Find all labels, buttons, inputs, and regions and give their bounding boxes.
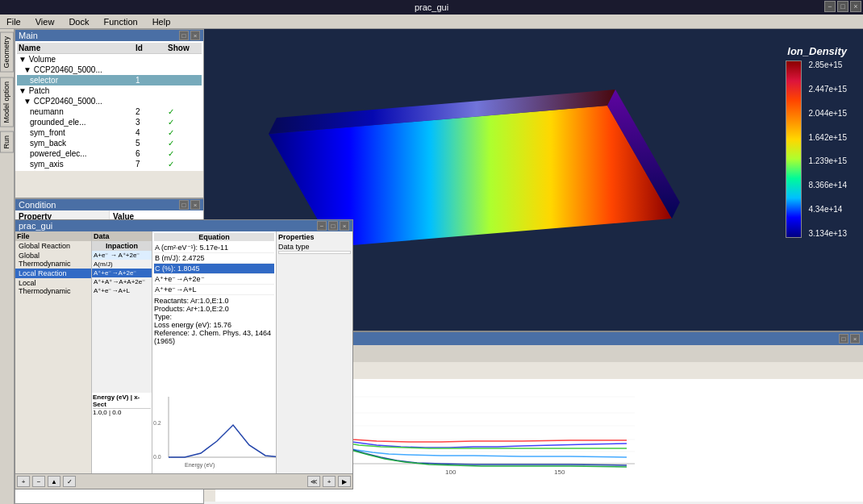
- menu-function[interactable]: Function: [100, 16, 140, 27]
- vtab-model-option[interactable]: Model option: [0, 77, 14, 127]
- eq-detail-rows: A (cm²·eV⁻¹): 5.17e-11 B (m/J): 2.4725 C…: [154, 243, 274, 295]
- cb-val-6: 8.366e+14: [808, 181, 847, 190]
- vtab-geometry[interactable]: Geometry: [0, 32, 14, 73]
- eq-row-4[interactable]: A⁺+e⁻→A+2e⁻: [154, 274, 274, 285]
- prac-btn-r2[interactable]: +: [323, 476, 336, 487]
- prac-btn-r3[interactable]: ▶: [338, 476, 351, 487]
- prac-file-tree: File Global Reaction Global Thermodynami…: [15, 231, 92, 393]
- vtab-run[interactable]: Run: [0, 131, 14, 153]
- file-item-global-reaction[interactable]: Global Reaction: [15, 241, 91, 251]
- prac-ctrl-1[interactable]: −: [317, 221, 327, 231]
- properties-header: Properties: [278, 233, 351, 241]
- prac-mini-chart: Energy (eV) 0.0 0.2: [152, 393, 276, 473]
- colorbar-labels: 2.85e+15 2.447e+15 2.044e+15 1.642e+15 1…: [808, 60, 847, 238]
- data-type-value: [278, 251, 351, 254]
- type-row: Type:: [154, 313, 274, 321]
- file-item-global-thermo[interactable]: Global Thermodynamic: [15, 251, 91, 269]
- svg-text:0.2: 0.2: [153, 420, 161, 426]
- cond-ctrl-1[interactable]: □: [179, 200, 189, 210]
- tree-item-sym-front[interactable]: sym_front4✓: [17, 127, 202, 138]
- eq-row-2[interactable]: B (m/J): 2.4725: [154, 253, 274, 264]
- data-type-row: Data type: [278, 243, 351, 251]
- colorbar-gradient: [786, 60, 802, 238]
- menu-bar: File View Dock Function Help: [0, 15, 863, 29]
- prac-btn-add[interactable]: +: [17, 476, 30, 487]
- prac-btn-up[interactable]: ▲: [48, 476, 60, 487]
- mini-chart-svg: Energy (eV) 0.0 0.2: [152, 393, 276, 473]
- app-title: prac_gui: [415, 2, 448, 12]
- tree-item-sym-back[interactable]: sym_back5✓: [17, 138, 202, 148]
- prac-btn-remove[interactable]: −: [32, 476, 45, 487]
- loss-energy-row: Loss energy (eV): 15.76: [154, 321, 274, 329]
- svg-text:100: 100: [445, 469, 457, 476]
- condition-panel-title: Condition: [19, 200, 56, 210]
- main-panel: Main □ × Name Id Show ▼ Volume: [15, 29, 204, 198]
- cb-val-1: 2.85e+15: [808, 60, 847, 69]
- prac-btn-save[interactable]: ✓: [63, 476, 76, 487]
- colorbar-title: Ion_Density: [787, 45, 847, 57]
- eq-item-1[interactable]: A+e⁻ → A⁺+2e⁻: [92, 251, 152, 260]
- tree-item-sym-axis[interactable]: sym_axis7✓: [17, 159, 202, 169]
- prac-gui-title: prac_gui: [19, 221, 52, 231]
- col-name: Name: [19, 44, 135, 52]
- cb-val-7: 4.34e+14: [808, 205, 847, 214]
- tree-item-neumann[interactable]: neumann2✓: [17, 106, 202, 117]
- menu-view[interactable]: View: [32, 16, 58, 27]
- reference-row: Reference: J. Chem. Phys. 43, 1464 (1965…: [154, 329, 274, 345]
- mini-table-header: Energy (eV) | x-Sect: [93, 394, 151, 409]
- file-item-local-thermo[interactable]: Local Thermodynamic: [15, 278, 91, 296]
- svg-text:150: 150: [554, 469, 565, 476]
- eq-props: Reactants: Ar:1.0,E:1.0 Products: Ar+:1.…: [154, 297, 274, 345]
- menu-file[interactable]: File: [3, 16, 24, 27]
- eq-detail-header: Equation: [154, 233, 274, 241]
- prac-ctrl-2[interactable]: □: [328, 221, 338, 231]
- prac-gui-window: prac_gui − □ × File Global Reaction Glob…: [15, 219, 353, 489]
- file-item-local-reaction[interactable]: Local Reaction: [15, 269, 91, 278]
- prac-toolbar-right: ≪ + ▶: [307, 476, 351, 487]
- graph-ctrl-1[interactable]: □: [839, 334, 848, 344]
- tree-item-ccp2[interactable]: ▼ CCP20460_5000...: [17, 96, 202, 106]
- products-row: Products: Ar+:1.0,E:2.0: [154, 305, 274, 313]
- colorbar-row: 2.85e+15 2.447e+15 2.044e+15 1.642e+15 1…: [786, 60, 847, 238]
- tree-item-grounded[interactable]: grounded_ele...3✓: [17, 117, 202, 127]
- eq-row-3[interactable]: C (%): 1.8045: [154, 264, 274, 274]
- main-panel-header: Main □ ×: [15, 30, 203, 41]
- maximize-btn[interactable]: □: [837, 1, 848, 12]
- svg-rect-38: [152, 393, 276, 473]
- file-tree-header: File: [15, 231, 91, 241]
- eq-row-1[interactable]: A (cm²·eV⁻¹): 5.17e-11: [154, 243, 274, 253]
- minimize-btn[interactable]: −: [824, 1, 836, 12]
- prac-main-content: File Global Reaction Global Thermodynami…: [15, 231, 352, 393]
- menu-help[interactable]: Help: [149, 16, 174, 27]
- eq-item-4[interactable]: A⁺+A⁺→A+A+2e⁻: [92, 277, 152, 286]
- panel-ctrl-1[interactable]: □: [179, 31, 189, 40]
- eq-item-3[interactable]: A⁺+e⁻→A+2e⁻: [92, 269, 152, 277]
- close-btn[interactable]: ×: [850, 1, 861, 12]
- svg-text:0.0: 0.0: [153, 454, 161, 460]
- panel-ctrl-2[interactable]: ×: [190, 31, 200, 40]
- tree-item-powered[interactable]: powered_elec...6✓: [17, 148, 202, 159]
- tree-item-selector[interactable]: selector1: [17, 75, 202, 85]
- tree-item-volume[interactable]: ▼ Volume: [17, 54, 202, 65]
- prac-gui-titlebar: prac_gui − □ ×: [15, 220, 352, 231]
- prac-bottom: Energy (eV) | x-Sect 1.0,0 | 0.0 Energy …: [15, 393, 352, 473]
- prac-properties: Properties Data type: [276, 231, 352, 393]
- eq-row-5[interactable]: A⁺+e⁻→A+L: [154, 285, 274, 295]
- col-show: Show: [168, 44, 200, 52]
- prac-bottom-toolbar: + − ▲ ✓ ≪ + ▶: [15, 473, 352, 489]
- eq-item-2[interactable]: A(m/J): [92, 260, 152, 269]
- tree-item-patch[interactable]: ▼ Patch: [17, 85, 202, 96]
- tree-item-ccp1[interactable]: ▼ CCP20460_5000...: [17, 65, 202, 75]
- cond-ctrl-2[interactable]: ×: [190, 200, 200, 210]
- mini-table-row: 1.0,0 | 0.0: [93, 409, 151, 416]
- prac-btn-r1[interactable]: ≪: [307, 476, 320, 487]
- graph-ctrl-2[interactable]: ×: [850, 334, 860, 344]
- data-col-header: Data: [92, 231, 152, 241]
- prac-ctrl-3[interactable]: ×: [340, 221, 349, 231]
- menu-dock[interactable]: Dock: [65, 16, 92, 27]
- eq-item-5[interactable]: A⁺+e⁻→A+L: [92, 286, 152, 295]
- title-bar: prac_gui − □ ×: [0, 0, 863, 15]
- svg-text:Energy (eV): Energy (eV): [185, 462, 215, 469]
- cb-val-5: 1.239e+15: [808, 156, 847, 165]
- prac-bottom-left: [15, 393, 92, 473]
